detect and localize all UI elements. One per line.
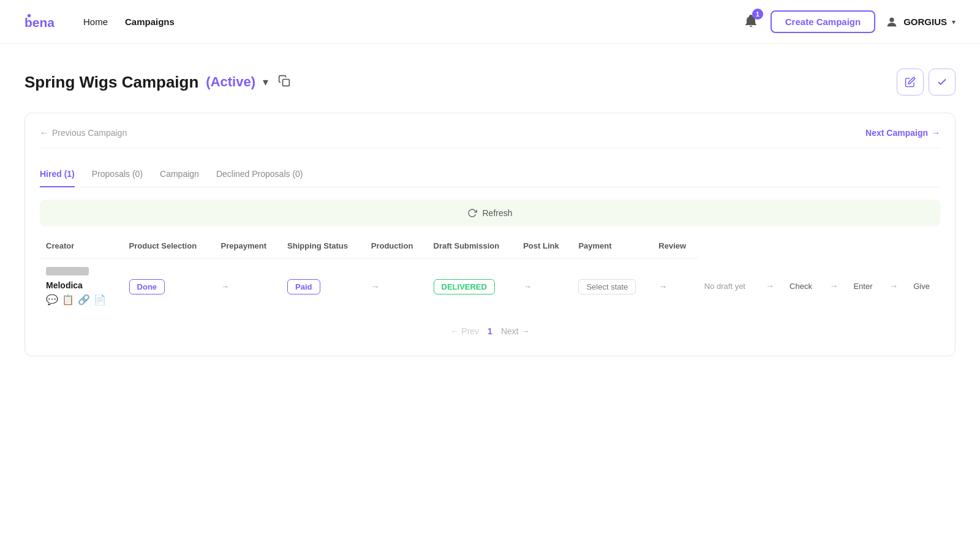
right-arrow-icon: → [521,326,530,336]
draft-arrow-cell: → [652,258,698,315]
main-card: ← Previous Campaign Next Campaign → Hire… [24,113,956,356]
check-button[interactable] [929,69,956,96]
page-content: Spring Wigs Campaign (Active) ▾ [0,44,980,356]
col-production: Production [365,236,428,258]
shipping-arrow-cell: → [365,258,428,315]
campaign-dropdown-button[interactable]: ▾ [263,75,268,89]
message-icon[interactable]: 💬 [46,294,58,305]
payment-text[interactable]: Enter [853,282,872,291]
user-name: GORGIUS [903,17,947,27]
review-arrow-cell: → [883,258,907,315]
draft-submission-text: No draft yet [704,282,745,291]
next-page-label: Next [501,326,519,336]
prev-page-button[interactable]: ← Prev [450,326,479,336]
arrow-icon: → [523,282,532,291]
user-icon [885,15,899,29]
campaign-navigation: ← Previous Campaign Next Campaign → [40,128,940,148]
nav-links: Home Campaigns [83,17,175,27]
notification-button[interactable]: 1 [741,11,761,32]
logo: bena [24,11,61,33]
product-selection-cell: Done [123,258,215,315]
create-campaign-button[interactable]: Create Campaign [771,10,875,33]
campaign-title: Spring Wigs Campaign [24,73,198,92]
col-draft-submission: Draft Submission [428,236,518,258]
user-chevron-icon: ▾ [952,18,956,26]
arrow-icon: → [829,281,838,291]
copy-button[interactable] [276,72,293,92]
col-product-selection: Product Selection [123,236,215,258]
edit-icon [905,77,916,88]
creator-action-icons: 💬 📋 🔗 📄 [46,294,117,305]
data-table-wrap: Creator Product Selection Prepayment Shi… [40,236,940,314]
list-icon[interactable]: 📋 [62,294,74,305]
left-arrow-icon: ← [40,128,48,138]
right-arrow-icon: → [932,128,940,138]
nav-left: bena Home Campaigns [24,11,175,33]
svg-rect-3 [283,79,290,86]
creators-table: Creator Product Selection Prepayment Shi… [40,236,940,314]
production-cell[interactable]: Select state [572,258,652,315]
review-cell[interactable]: Give [907,258,940,315]
next-campaign-button[interactable]: Next Campaign → [865,128,940,138]
next-campaign-label: Next Campaign [865,128,928,138]
left-arrow-icon: ← [450,326,459,336]
review-text[interactable]: Give [913,282,930,291]
col-review: Review [652,236,698,258]
payment-cell[interactable]: Enter [847,258,883,315]
copy-icon [278,75,290,87]
campaign-header: Spring Wigs Campaign (Active) ▾ [24,69,956,96]
arrow-icon: → [221,282,230,291]
pagination: ← Prev 1 Next → [40,314,940,341]
creator-name: Melodica [46,280,117,290]
col-prepayment: Prepayment [215,236,281,258]
prepayment-arrow-cell: → [215,258,281,315]
shipping-status-cell: DELIVERED [428,258,518,315]
share-icon[interactable]: 🔗 [78,294,90,305]
col-payment: Payment [572,236,652,258]
svg-point-1 [28,13,31,17]
shipping-badge: DELIVERED [434,279,495,294]
prepayment-badge: Paid [287,279,320,294]
tab-declined[interactable]: Declined Proposals (0) [216,163,303,187]
refresh-label: Refresh [482,208,512,218]
campaign-title-row: Spring Wigs Campaign (Active) ▾ [24,72,293,92]
nav-home[interactable]: Home [83,17,108,27]
prev-campaign-label: Previous Campaign [52,128,127,138]
tab-hired[interactable]: Hired (1) [40,163,75,187]
arrow-icon: → [658,282,667,291]
production-select[interactable]: Select state [578,279,636,294]
table-row: Melodica 💬 📋 🔗 📄 Done → [40,258,940,315]
nav-right: 1 Create Campaign GORGIUS ▾ [741,10,956,33]
doc-icon[interactable]: 📄 [94,294,106,305]
header-actions [897,69,956,96]
postlink-arrow-cell: → [760,258,783,315]
post-link-cell[interactable]: Check [783,258,823,315]
svg-point-2 [889,17,894,21]
draft-submission-cell: No draft yet [698,258,760,315]
arrow-icon: → [371,282,380,291]
next-page-button[interactable]: Next → [501,326,530,336]
prev-campaign-button[interactable]: ← Previous Campaign [40,128,127,138]
edit-button[interactable] [897,69,924,96]
col-creator: Creator [40,236,123,258]
tabs-bar: Hired (1) Proposals (0) Campaign Decline… [40,163,940,187]
campaign-status: (Active) [206,74,255,90]
user-menu[interactable]: GORGIUS ▾ [885,15,956,29]
arrow-icon: → [889,281,898,291]
creator-avatar [46,267,89,276]
creator-cell: Melodica 💬 📋 🔗 📄 [40,258,123,315]
tab-campaign[interactable]: Campaign [160,163,199,187]
tab-proposals[interactable]: Proposals (0) [92,163,143,187]
payment-arrow-cell: → [823,258,847,315]
production-arrow-cell: → [517,258,572,315]
refresh-button[interactable]: Refresh [40,200,940,227]
refresh-icon [467,208,477,218]
col-post-link: Post Link [517,236,572,258]
product-selection-badge: Done [129,279,165,294]
col-shipping-status: Shipping Status [281,236,365,258]
post-link-text[interactable]: Check [790,282,812,291]
check-icon [937,77,948,88]
arrow-icon: → [766,281,774,291]
nav-campaigns[interactable]: Campaigns [125,17,175,27]
navbar: bena Home Campaigns 1 Create Campaign GO [0,0,980,44]
